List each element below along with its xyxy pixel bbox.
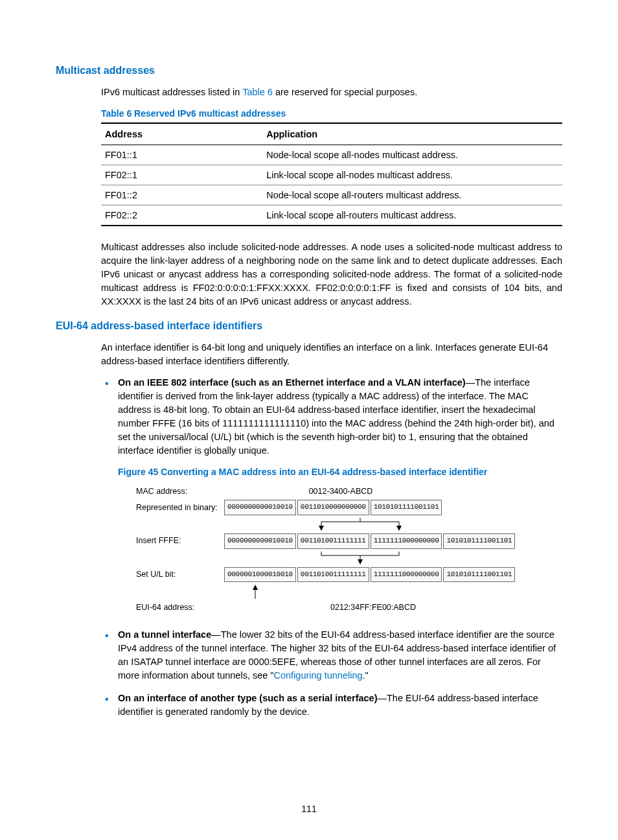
arrow-split-icon (244, 518, 477, 531)
th-address: Address (101, 123, 262, 145)
svg-marker-4 (319, 526, 324, 531)
figure-45-title: Figure 45 Converting a MAC address into … (118, 465, 562, 478)
page-number: 111 (0, 804, 618, 814)
bullet-rest: ." (363, 670, 369, 681)
fig-label-mac: MAC address: (136, 485, 224, 497)
fig-label-eui: EUI-64 address: (136, 601, 224, 613)
cell-app: Node-local scope all-routers multicast a… (262, 185, 562, 205)
cell-app: Link-local scope all-nodes multicast add… (262, 165, 562, 185)
cell-app: Node-local scope all-nodes multicast add… (262, 145, 562, 165)
fig-box: 1010101111001101 (371, 500, 442, 515)
fig-box: 1010101111001101 (443, 533, 515, 549)
fig-box: 0000000000010010 (224, 533, 296, 549)
svg-marker-5 (396, 526, 402, 531)
table-row: FF02::2 Link-local scope all-routers mul… (101, 205, 562, 226)
bullet-ieee802: On an IEEE 802 interface (such as an Eth… (101, 376, 562, 613)
figure-45: MAC address: 0012-3400-ABCD Represented … (136, 485, 562, 614)
table-row: FF01::1 Node-local scope all-nodes multi… (101, 145, 562, 165)
fig-box: 1010101111001101 (443, 567, 515, 583)
fig-label-fffe: Insert FFFE: (136, 535, 224, 546)
cell-addr: FF02::2 (101, 205, 262, 226)
text: are reserved for special purposes. (273, 87, 417, 97)
fig-box: 0011010011111111 (297, 567, 369, 583)
fig-label-ul: Set U/L bit: (136, 568, 224, 580)
table-reserved-multicast: Address Application FF01::1 Node-local s… (101, 122, 562, 226)
cell-addr: FF01::1 (101, 145, 262, 165)
arrow-ul-bit-icon (250, 585, 282, 599)
fig-box: 0011010000000000 (297, 500, 369, 515)
cell-addr: FF02::1 (101, 165, 262, 185)
bullet-rest: —The interface identifier is derived fro… (118, 377, 555, 456)
bullet-tunnel: On a tunnel interface—The lower 32 bits … (101, 628, 562, 682)
svg-marker-12 (253, 585, 258, 590)
fig-box: 0000000000010010 (224, 500, 296, 515)
fig-eui-value: 0212:34FF:FE00:ABCD (224, 601, 522, 613)
fig-label-bin: Represented in binary: (136, 502, 224, 513)
arrow-merge-icon (244, 552, 542, 565)
fig-box: 1111111000000000 (371, 567, 442, 583)
link-configuring-tunneling[interactable]: Configuring tunneling (274, 670, 363, 681)
link-table-6[interactable]: Table 6 (242, 87, 273, 97)
table-6-title: Table 6 Reserved IPv6 multicast addresse… (101, 108, 562, 119)
svg-marker-10 (358, 559, 363, 565)
fig-mac-value: 0012-3400-ABCD (224, 485, 457, 497)
multicast-solicited-node-para: Multicast addresses also include solicit… (101, 240, 562, 309)
bullet-bold: On a tunnel interface (118, 629, 211, 640)
text: IPv6 multicast addresses listed in (101, 87, 242, 97)
table-row: FF02::1 Link-local scope all-nodes multi… (101, 165, 562, 185)
bullet-other-interface: On an interface of another type (such as… (101, 692, 562, 719)
bullet-bold: On an IEEE 802 interface (such as an Eth… (118, 377, 466, 388)
fig-box: 0000001000010010 (224, 567, 296, 583)
cell-addr: FF01::2 (101, 185, 262, 205)
cell-app: Link-local scope all-routers multicast a… (262, 205, 562, 226)
bullet-bold: On an interface of another type (such as… (118, 693, 378, 703)
th-application: Application (262, 123, 562, 145)
eui64-intro: An interface identifier is 64-bit long a… (101, 341, 562, 368)
multicast-intro: IPv6 multicast addresses listed in Table… (101, 86, 562, 99)
heading-eui64: EUI-64 address-based interface identifie… (56, 320, 562, 332)
table-row: FF01::2 Node-local scope all-routers mul… (101, 185, 562, 205)
fig-box: 0011010011111111 (297, 533, 369, 549)
fig-box: 1111111000000000 (371, 533, 442, 549)
heading-multicast: Multicast addresses (56, 65, 562, 76)
